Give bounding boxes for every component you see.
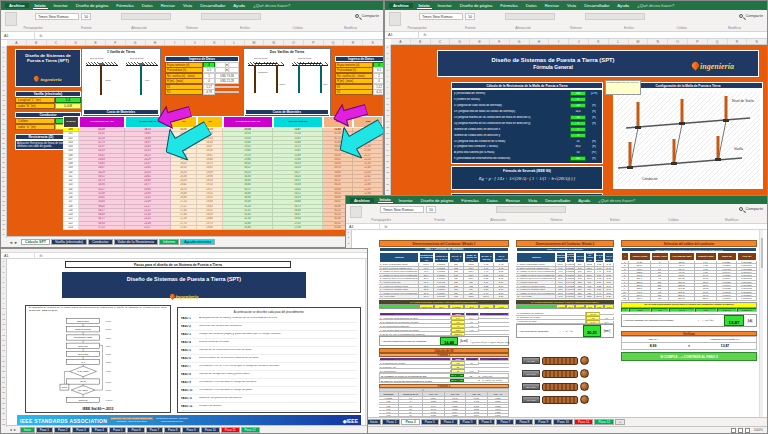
- font-name-box[interactable]: Times New Roman: [35, 13, 79, 20]
- ribbon-tab[interactable]: Diseño de página: [74, 3, 111, 8]
- table-row[interactable]: 12750,0750380,0022,000,011000,0003800: [621, 297, 757, 300]
- sheet-tab[interactable]: Paso 2: [54, 427, 71, 433]
- sheet-tab[interactable]: Paso 5: [109, 427, 126, 433]
- font-size-box[interactable]: 10: [465, 13, 475, 20]
- sheet-tab-bar[interactable]: ◄ ► InicioPaso 1Paso 2Paso 3Paso 4Paso 5…: [346, 417, 767, 426]
- sheet-tabs[interactable]: Cálculo SPTVarilla (electrodo)ConductorV…: [21, 239, 215, 245]
- tab-nav-arrows[interactable]: ◄ ►: [9, 428, 17, 432]
- paste-button[interactable]: [350, 206, 362, 218]
- sheet-tab[interactable]: Paso 11: [221, 427, 240, 433]
- calibre-selected-row[interactable]: 4133,12/067,439,270,004640,0000674: [621, 308, 757, 312]
- sheet-area[interactable]: 1234567891011121314151617181920212223242…: [1, 46, 384, 238]
- sheet-tab[interactable]: Paso 3: [72, 427, 89, 433]
- paste-button[interactable]: [5, 12, 17, 26]
- ribbon-tab[interactable]: Fórmulas: [114, 3, 135, 8]
- ribbon-tab[interactable]: Diseño de página: [419, 198, 456, 203]
- scrollbar-thumb[interactable]: [367, 267, 369, 297]
- share-button[interactable]: Compartir: [739, 13, 763, 18]
- vertical-scrollbar[interactable]: [759, 230, 763, 419]
- table-row[interactable]: 4133,12/067,439,270,004640,0000674: [621, 308, 757, 312]
- ingreso-table[interactable]: Espaciamiento (d)4[m]Profundidad (h)0,5[…: [335, 62, 384, 95]
- find-select-button[interactable]: Compartir: [355, 13, 379, 18]
- ribbon-tab[interactable]: Inicio: [378, 197, 393, 203]
- ribbon-tab[interactable]: Desarrollador: [582, 3, 611, 8]
- table-row[interactable]: K24,25: [335, 90, 384, 96]
- df1-body[interactable]: 1. tf (duración de la falla)0,5[s]2. Rel…: [379, 361, 509, 373]
- ribbon-tab[interactable]: Archivo: [389, 3, 413, 8]
- sheet-tab[interactable]: Varilla (electrodo): [51, 239, 87, 245]
- table-row[interactable]: 12357,1521,5727,8219,8031,8017,0835,6623…: [63, 226, 383, 230]
- view-normal-icon[interactable]: [731, 428, 736, 433]
- ribbon-tab[interactable]: Insertar: [52, 3, 70, 8]
- row-headers[interactable]: 1234567891011121314151617181920212223242…: [385, 45, 391, 218]
- alignment-buttons[interactable]: [121, 13, 171, 20]
- ribbon-tab[interactable]: Fórmulas: [498, 3, 519, 8]
- sheet-tab[interactable]: Paso 8: [515, 419, 533, 425]
- sheet-tab[interactable]: Agradecimientos: [180, 239, 215, 245]
- ribbon-tab[interactable]: Diseño de página: [458, 3, 495, 8]
- ribbon-tab[interactable]: Desarrollador: [198, 3, 227, 8]
- sheet-tab[interactable]: Paso 1: [36, 427, 53, 433]
- table-row[interactable]: 10. Acero 102010,80,00160605151015,903,2…: [379, 295, 509, 299]
- resultados-body[interactable]: 10052,0919,7325,0618,1929,0415,4732,4421…: [63, 128, 383, 230]
- tab-nav-arrows[interactable]: ◄ ►: [9, 240, 18, 245]
- sheet-tab[interactable]: Inicio: [366, 419, 381, 425]
- ribbon-tab[interactable]: Ayuda: [576, 198, 592, 203]
- table-row[interactable]: h (profundidad de enterramiento del cond…: [452, 156, 602, 162]
- sheet-tab[interactable]: Paso 9: [534, 419, 552, 425]
- sheet-tab[interactable]: Paso 11: [574, 419, 593, 425]
- ribbon-tab[interactable]: Insertar: [397, 198, 415, 203]
- ribbon-tab[interactable]: Revisar: [543, 3, 561, 8]
- sheet-area[interactable]: 1234567891011121314151617181920212223242…: [346, 230, 763, 419]
- sheet-tab[interactable]: Paso 12: [241, 427, 260, 433]
- styles-buttons[interactable]: [201, 13, 261, 20]
- sheet-tab[interactable]: Paso 9: [182, 427, 199, 433]
- sheet-tab[interactable]: Conductor: [88, 239, 113, 245]
- sheet-tab[interactable]: Paso 10: [201, 427, 220, 433]
- sheet-area[interactable]: 1234567891011121314151617181920212223242…: [1, 259, 368, 427]
- materiales-body[interactable]: 1. Cobre destemplado suave100,00,0039323…: [516, 263, 614, 299]
- material-selected-row[interactable]: 4Alambre de acero con revestimiento de c…: [379, 304, 509, 309]
- styles-buttons[interactable]: [585, 13, 645, 20]
- ribbon-tab[interactable]: Insertar: [436, 3, 454, 8]
- sheet-tab[interactable]: Paso 12: [594, 419, 614, 425]
- ribbon-tab[interactable]: Datos: [524, 3, 539, 8]
- sheet-tab[interactable]: Inicio: [20, 427, 35, 433]
- vertical-scrollbar[interactable]: [365, 259, 368, 427]
- sheet-tab-bar[interactable]: ◄ ► Cálculo SPTVarilla (electrodo)Conduc…: [1, 236, 383, 247]
- sheet-tab[interactable]: Paso 7: [146, 427, 163, 433]
- font-size-box[interactable]: 10: [81, 13, 91, 20]
- ingreso-table[interactable]: Espaciamiento (d)3[m]Profundidad (h)0,5[…: [165, 62, 239, 95]
- ribbon-tab[interactable]: Inicio: [417, 3, 432, 9]
- view-layout-icon[interactable]: [738, 428, 743, 433]
- ribbon-tab[interactable]: Archivo: [5, 3, 29, 8]
- name-box[interactable]: A1: [385, 32, 419, 38]
- font-name-box[interactable]: Times New Roman: [419, 13, 463, 20]
- sheet-tab[interactable]: Cálculo SPT: [21, 239, 50, 245]
- sheet-tab[interactable]: Paso 4: [91, 427, 108, 433]
- table-row[interactable]: K24,78: [165, 90, 239, 96]
- zoom-level[interactable]: 100%: [754, 428, 763, 432]
- ribbon-tab-bar[interactable]: ArchivoInicioInsertarDiseño de páginaFór…: [385, 1, 767, 10]
- ribbon-tab[interactable]: Desarrollador: [543, 198, 572, 203]
- ribbon-tab[interactable]: Vista: [565, 3, 578, 8]
- calc-table[interactable]: ρ (resistividad del terreno)100[Ω·m]n (n…: [451, 89, 603, 164]
- ribbon-tab[interactable]: ¿Qué desea hacer?: [251, 3, 292, 8]
- ribbon-tab[interactable]: Ayuda: [231, 3, 247, 8]
- materiales-body[interactable]: 1. Cobre destemplado suave100,00,0039323…: [379, 263, 509, 299]
- ribbon-tab[interactable]: Revisar: [504, 198, 522, 203]
- sheet-tab[interactable]: Paso 5: [459, 419, 477, 425]
- font-name-box[interactable]: Times New Roman: [380, 206, 424, 213]
- ribbon-tab[interactable]: Vista: [526, 198, 539, 203]
- scrollbar-thumb[interactable]: [761, 238, 763, 268]
- sheet-tab[interactable]: Paso 2: [401, 419, 419, 425]
- name-box[interactable]: A1: [1, 32, 35, 39]
- met2-calc-body[interactable]: Kf (constante del material)10,45tc (dura…: [516, 312, 614, 324]
- sheet-tab[interactable]: Paso 4: [440, 419, 458, 425]
- sheet-tab[interactable]: Paso 3: [421, 419, 439, 425]
- table-row[interactable]: 4Alambre de acero con revestimiento de c…: [516, 304, 614, 309]
- styles-buttons[interactable]: [496, 206, 566, 213]
- alignment-buttons[interactable]: [505, 13, 555, 20]
- calc1-body[interactable]: 1. I (corriente RMS simétrica de falla)8…: [379, 316, 509, 336]
- table-row[interactable]: 10. Acero 102010,80,00160605151015,903,2…: [516, 295, 614, 299]
